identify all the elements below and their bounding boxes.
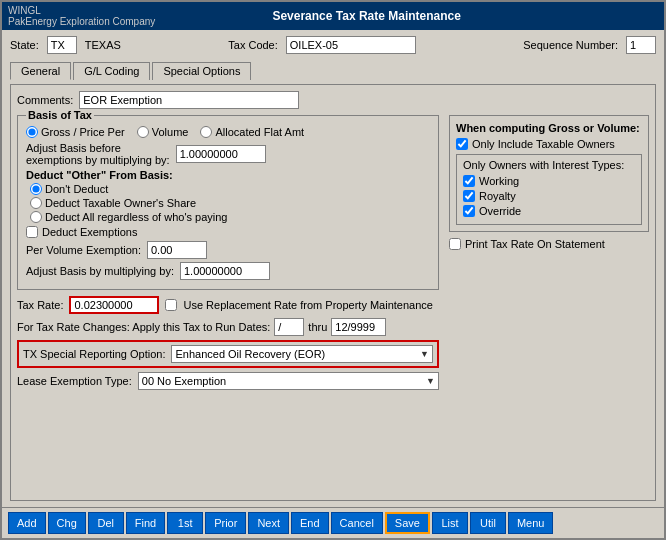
working-label: Working	[479, 175, 519, 187]
working-row: Working	[463, 175, 635, 187]
lease-label: Lease Exemption Type:	[17, 375, 132, 387]
seq-label: Sequence Number:	[523, 39, 618, 51]
state-code-input[interactable]	[47, 36, 77, 54]
end-button[interactable]: End	[291, 512, 329, 534]
comments-input[interactable]	[79, 91, 299, 109]
lease-row: Lease Exemption Type: 00 No Exemption ▼	[17, 372, 439, 390]
interest-title: Only Owners with Interest Types:	[463, 159, 635, 171]
lease-dropdown[interactable]: 00 No Exemption ▼	[138, 372, 439, 390]
override-checkbox[interactable]	[463, 205, 475, 217]
find-button[interactable]: Find	[126, 512, 165, 534]
cancel-button[interactable]: Cancel	[331, 512, 383, 534]
print-checkbox[interactable]	[449, 238, 461, 250]
bottom-bar: Add Chg Del Find 1st Prior Next End Canc…	[2, 507, 664, 538]
run-dates-from-input[interactable]	[274, 318, 304, 336]
tax-rate-row: Tax Rate: Use Replacement Rate from Prop…	[17, 296, 439, 314]
adjust-row: Adjust Basis beforeexemptions by multipl…	[26, 142, 430, 166]
lease-value: 00 No Exemption	[142, 375, 226, 387]
deduct-exemptions-row: Deduct Exemptions	[26, 226, 430, 238]
next-button[interactable]: Next	[248, 512, 289, 534]
menu-button[interactable]: Menu	[508, 512, 554, 534]
run-dates-row: For Tax Rate Changes: Apply this Tax to …	[17, 318, 439, 336]
special-reporting-value: Enhanced Oil Recovery (EOR)	[175, 348, 325, 360]
tab-special-options[interactable]: Special Options	[152, 62, 251, 80]
only-taxable-checkbox[interactable]	[456, 138, 468, 150]
first-button[interactable]: 1st	[167, 512, 203, 534]
deduct-exemptions-label: Deduct Exemptions	[42, 226, 137, 238]
per-volume-row: Per Volume Exemption:	[26, 241, 430, 259]
adjust-input[interactable]	[176, 145, 266, 163]
royalty-label: Royalty	[479, 190, 516, 202]
override-row: Override	[463, 205, 635, 217]
only-taxable-row: Only Include Taxable Owners	[456, 138, 642, 150]
tax-rate-label: Tax Rate:	[17, 299, 63, 311]
comments-row: Comments:	[17, 91, 649, 109]
special-reporting-label: TX Special Reporting Option:	[23, 348, 165, 360]
list-button[interactable]: List	[432, 512, 468, 534]
tax-code-input[interactable]	[286, 36, 416, 54]
basis-volume[interactable]: Volume	[137, 126, 189, 138]
use-replacement-checkbox[interactable]	[165, 299, 177, 311]
main-content: State: TEXAS Tax Code: Sequence Number: …	[2, 30, 664, 507]
tax-rate-input[interactable]	[69, 296, 159, 314]
state-name: TEXAS	[85, 39, 121, 51]
royalty-checkbox[interactable]	[463, 190, 475, 202]
lease-dropdown-arrow-icon: ▼	[426, 376, 435, 386]
special-reporting-row: TX Special Reporting Option: Enhanced Oi…	[17, 340, 439, 368]
util-button[interactable]: Util	[470, 512, 506, 534]
deduct-exemptions-checkbox[interactable]	[26, 226, 38, 238]
only-taxable-label: Only Include Taxable Owners	[472, 138, 615, 150]
working-checkbox[interactable]	[463, 175, 475, 187]
adjust-basis-input[interactable]	[180, 262, 270, 280]
deduct-dont[interactable]: Don't Deduct	[30, 183, 430, 195]
main-window: WINGL PakEnergy Exploration Company Seve…	[0, 0, 666, 540]
window-title: Severance Tax Rate Maintenance	[155, 9, 578, 23]
content-area: Basis of Tax Gross / Price Per Volume	[17, 115, 649, 394]
right-panel: When computing Gross or Volume: Only Inc…	[449, 115, 649, 394]
use-replacement-label: Use Replacement Rate from Property Maint…	[183, 299, 432, 311]
deduct-radio-stack: Don't Deduct Deduct Taxable Owner's Shar…	[30, 183, 430, 223]
company-name: PakEnergy Exploration Company	[8, 16, 155, 27]
basis-flat[interactable]: Allocated Flat Amt	[200, 126, 304, 138]
comments-label: Comments:	[17, 94, 73, 106]
seq-input[interactable]	[626, 36, 656, 54]
adjust-basis-row: Adjust Basis by multiplying by:	[26, 262, 430, 280]
title-bar: WINGL PakEnergy Exploration Company Seve…	[2, 2, 664, 30]
special-reporting-dropdown[interactable]: Enhanced Oil Recovery (EOR) ▼	[171, 345, 433, 363]
override-label: Override	[479, 205, 521, 217]
tab-general[interactable]: General	[10, 62, 71, 80]
del-button[interactable]: Del	[88, 512, 124, 534]
per-volume-input[interactable]	[147, 241, 207, 259]
prior-button[interactable]: Prior	[205, 512, 246, 534]
basis-radio-group: Gross / Price Per Volume Allocated Flat …	[26, 126, 430, 138]
deduct-taxable[interactable]: Deduct Taxable Owner's Share	[30, 197, 430, 209]
computing-title: When computing Gross or Volume:	[456, 122, 642, 134]
add-button[interactable]: Add	[8, 512, 46, 534]
tab-content-general: Comments: Basis of Tax Gross / Price Per	[10, 84, 656, 501]
interest-group: Only Owners with Interest Types: Working…	[456, 154, 642, 225]
left-panel: Basis of Tax Gross / Price Per Volume	[17, 115, 439, 394]
tax-code-label: Tax Code:	[228, 39, 278, 51]
royalty-row: Royalty	[463, 190, 635, 202]
app-name: WINGL	[8, 5, 155, 16]
header-row: State: TEXAS Tax Code: Sequence Number:	[10, 36, 656, 54]
per-volume-label: Per Volume Exemption:	[26, 244, 141, 256]
tab-bar: General G/L Coding Special Options	[10, 62, 656, 80]
basis-title: Basis of Tax	[26, 109, 94, 121]
basis-gross[interactable]: Gross / Price Per	[26, 126, 125, 138]
run-dates-thru-input[interactable]	[331, 318, 386, 336]
deduct-all[interactable]: Deduct All regardless of who's paying	[30, 211, 430, 223]
adjust-basis-label: Adjust Basis by multiplying by:	[26, 265, 174, 277]
state-label: State:	[10, 39, 39, 51]
run-dates-label: For Tax Rate Changes: Apply this Tax to …	[17, 321, 270, 333]
tab-gl-coding[interactable]: G/L Coding	[73, 62, 150, 80]
save-button[interactable]: Save	[385, 512, 430, 534]
dropdown-arrow-icon: ▼	[420, 349, 429, 359]
app-info: WINGL PakEnergy Exploration Company	[8, 5, 155, 27]
chg-button[interactable]: Chg	[48, 512, 86, 534]
deduct-section: Deduct "Other" From Basis: Don't Deduct …	[26, 169, 430, 223]
print-row: Print Tax Rate On Statement	[449, 238, 649, 250]
deduct-label: Deduct "Other" From Basis:	[26, 169, 430, 181]
print-label: Print Tax Rate On Statement	[465, 238, 605, 250]
thru-label: thru	[308, 321, 327, 333]
